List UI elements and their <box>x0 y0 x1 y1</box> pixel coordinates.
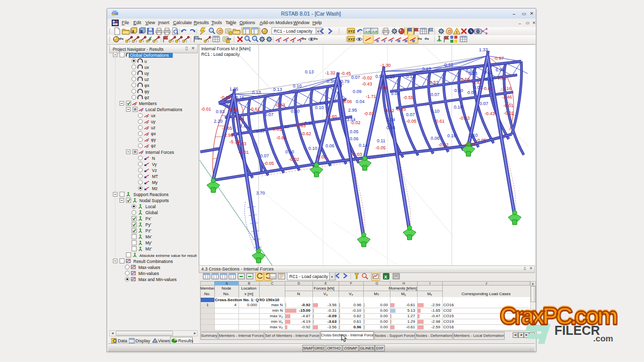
svg-text:0.04: 0.04 <box>386 117 395 122</box>
svg-text:M: M <box>397 39 400 43</box>
svg-text:0.07: 0.07 <box>260 153 269 158</box>
svg-text:Global Deformations: Global Deformations <box>130 53 169 58</box>
svg-text:0.10: 0.10 <box>444 62 453 67</box>
svg-text:-2.65: -2.65 <box>222 126 232 131</box>
svg-text:!: ! <box>456 30 458 35</box>
svg-text:0.10: 0.10 <box>431 109 440 114</box>
svg-text:▾: ▾ <box>331 275 333 279</box>
svg-text:MT: MT <box>152 174 158 179</box>
svg-text:3: 3 <box>140 29 143 34</box>
svg-text:▾: ▾ <box>200 37 202 41</box>
svg-text:-1.32: -1.32 <box>325 70 336 75</box>
svg-text:Px': Px' <box>145 216 151 221</box>
svg-text:-1.71: -1.71 <box>366 94 376 99</box>
svg-text:Internal Forces: Internal Forces <box>145 150 174 155</box>
svg-text:-2.98: -2.98 <box>223 133 233 138</box>
svg-text:@: @ <box>218 29 222 34</box>
svg-text:N: N <box>376 39 379 43</box>
svg-text:uz: uz <box>151 125 155 130</box>
svg-text:0.10: 0.10 <box>454 88 463 93</box>
svg-text:XYZ: XYZ <box>348 38 355 41</box>
svg-text:0.10: 0.10 <box>285 149 294 154</box>
svg-text:Vy: Vy <box>152 162 157 167</box>
svg-text:0.10: 0.10 <box>304 121 313 126</box>
svg-text:-1.26: -1.26 <box>234 116 245 121</box>
svg-text:uz: uz <box>144 77 149 82</box>
svg-text:φx: φx <box>144 83 150 88</box>
svg-text:-0.60: -0.60 <box>327 114 337 119</box>
svg-text:-0.01: -0.01 <box>504 111 514 116</box>
svg-text:0.10: 0.10 <box>293 83 302 88</box>
svg-text:-8.06: -8.06 <box>342 99 352 104</box>
svg-text:Result Combinations: Result Combinations <box>133 259 173 264</box>
svg-text:-4.42: -4.42 <box>384 108 394 113</box>
svg-text:0.93: 0.93 <box>216 109 225 114</box>
svg-text:-0.64: -0.64 <box>276 135 287 140</box>
svg-text:-0.42: -0.42 <box>482 86 493 91</box>
svg-text:Support Reactions: Support Reactions <box>133 192 169 197</box>
svg-text:Pz': Pz' <box>145 228 151 233</box>
svg-text:-0.43: -0.43 <box>395 107 406 112</box>
svg-text:-0.03: -0.03 <box>352 152 362 157</box>
svg-text:Min-values: Min-values <box>138 271 159 276</box>
svg-text:My: My <box>152 180 158 185</box>
svg-text:0.10: 0.10 <box>386 74 395 79</box>
svg-text:Mz': Mz' <box>145 246 152 251</box>
svg-text:-0.43: -0.43 <box>485 111 495 116</box>
svg-text:-0.05: -0.05 <box>264 161 274 166</box>
svg-text:0.07: 0.07 <box>431 92 440 97</box>
svg-text:-0.01: -0.01 <box>503 103 514 108</box>
svg-text:-1.43: -1.43 <box>471 80 482 85</box>
svg-text:-0.61: -0.61 <box>271 127 282 132</box>
svg-text:0.13: 0.13 <box>422 66 431 71</box>
svg-text:@: @ <box>447 29 452 34</box>
svg-text:Y: Y <box>285 39 288 43</box>
svg-text:-7.70: -7.70 <box>496 76 507 81</box>
svg-text:0.10: 0.10 <box>447 133 456 138</box>
svg-text:-0.05: -0.05 <box>406 119 417 124</box>
svg-text:Z: Z <box>292 39 294 43</box>
svg-text:Py': Py' <box>145 222 151 227</box>
svg-text:0.13: 0.13 <box>305 69 314 74</box>
svg-text:-0.53: -0.53 <box>428 80 439 85</box>
svg-text:V: V <box>383 39 386 43</box>
svg-text:M: M <box>405 39 407 43</box>
svg-text:0.03: 0.03 <box>468 71 477 76</box>
svg-text:uy: uy <box>151 119 156 124</box>
svg-text:2.95: 2.95 <box>348 108 357 113</box>
svg-text:-1.30: -1.30 <box>380 63 391 68</box>
svg-text:-0.02: -0.02 <box>362 75 372 80</box>
svg-text:0.07: 0.07 <box>406 112 415 117</box>
svg-text:-0.45: -0.45 <box>341 71 351 76</box>
svg-text:-1.92: -1.92 <box>228 107 238 112</box>
svg-text:-0.63: -0.63 <box>459 116 470 121</box>
svg-text:▾: ▾ <box>122 37 124 41</box>
svg-text:-0.05: -0.05 <box>375 145 386 150</box>
svg-text:-0.61: -0.61 <box>250 107 260 112</box>
svg-text:0.16: 0.16 <box>235 95 245 100</box>
svg-text:-0.02: -0.02 <box>316 154 327 159</box>
svg-text:Global: Global <box>145 210 158 215</box>
svg-text:-0.99: -0.99 <box>220 95 231 100</box>
svg-text:-0.05: -0.05 <box>476 138 487 143</box>
svg-text:-0.60: -0.60 <box>459 77 470 82</box>
svg-text:I: I <box>129 40 130 43</box>
svg-text:0.07: 0.07 <box>479 101 489 106</box>
svg-text:Local Deformations: Local Deformations <box>145 107 182 112</box>
svg-text:0.06: 0.06 <box>326 143 335 148</box>
svg-text:I: I <box>208 40 209 43</box>
svg-text:I: I <box>136 40 137 43</box>
svg-text:0.09: 0.09 <box>353 89 362 94</box>
svg-text:I: I <box>179 40 180 43</box>
svg-text:3.70: 3.70 <box>256 191 265 196</box>
svg-text:1.35: 1.35 <box>229 86 238 92</box>
svg-text:0.41: 0.41 <box>239 124 249 129</box>
svg-text:-0.62: -0.62 <box>301 131 311 136</box>
svg-text:9.02: 9.02 <box>391 91 400 96</box>
svg-text:▾: ▾ <box>304 37 306 41</box>
svg-text:-3.46: -3.46 <box>502 95 512 100</box>
svg-text:Mz: Mz <box>152 186 157 191</box>
svg-text:▾: ▾ <box>420 37 422 41</box>
svg-text:RC1 - Load capacity: RC1 - Load capacity <box>289 274 329 279</box>
svg-text:0.10: 0.10 <box>308 146 317 151</box>
